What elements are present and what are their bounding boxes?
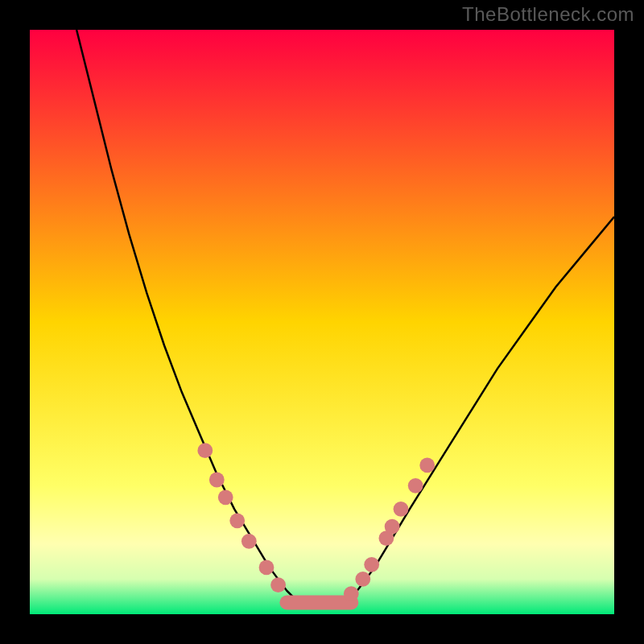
data-dot <box>197 443 213 458</box>
data-dot <box>344 586 359 601</box>
data-dot <box>355 572 370 587</box>
watermark-label: TheBottleneck.com <box>462 3 634 26</box>
data-dot <box>408 478 423 493</box>
data-dot <box>229 513 245 528</box>
bottleneck-plot <box>30 30 614 614</box>
data-dot <box>259 560 275 576</box>
gradient-background <box>30 30 614 614</box>
data-dot <box>270 577 286 592</box>
data-dot <box>364 557 379 572</box>
data-dot <box>419 458 435 473</box>
data-dot <box>209 473 225 488</box>
data-dot <box>218 489 233 505</box>
data-dot <box>385 519 400 535</box>
chart-frame: TheBottleneck.com <box>0 0 644 644</box>
data-dot <box>242 534 257 549</box>
data-dot <box>394 502 409 517</box>
